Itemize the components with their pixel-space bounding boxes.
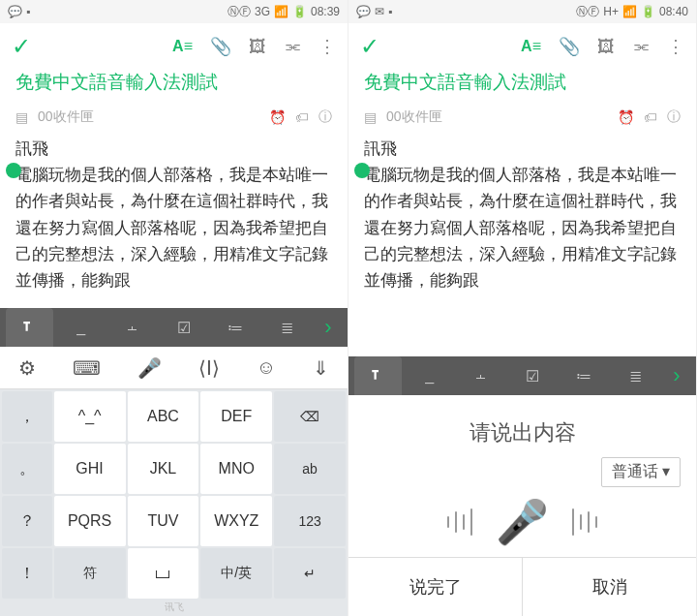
confirm-button[interactable]: ✓: [360, 33, 379, 60]
key-ab[interactable]: ab: [274, 444, 346, 494]
attach-button[interactable]: 📎: [559, 36, 580, 57]
voice-panel: 请说出内容 普通话 ▾ 🎤 说完了 取消: [348, 395, 696, 616]
battery-icon: 🔋: [292, 5, 307, 18]
image-button[interactable]: 🖼: [597, 37, 615, 57]
inbox-label[interactable]: 00收件匣: [38, 108, 94, 126]
keyboard-tabs: _ ⫠ ☑ ≔ ≣ ›: [348, 356, 696, 395]
attach-button[interactable]: 📎: [210, 36, 231, 57]
kb-tab-next[interactable]: ›: [315, 308, 342, 347]
note-toolbar: ✓ A≡ 📎 🖼 ⫘ ⋮: [0, 23, 348, 70]
voice-buttons: 说完了 取消: [348, 557, 696, 616]
key-enter[interactable]: ↵: [274, 548, 346, 599]
kb-tab-hline2[interactable]: ⫠: [108, 308, 156, 347]
mail-icon: ✉: [375, 5, 384, 18]
keyboard-icon[interactable]: ⌨: [73, 356, 101, 380]
font-button[interactable]: A≡: [172, 38, 193, 55]
line-icon: ▪: [26, 5, 30, 18]
battery-icon: 🔋: [641, 5, 655, 18]
kb-tab-check[interactable]: ☑: [509, 356, 557, 395]
note-title[interactable]: 免費中文語音輸入法測試: [348, 70, 696, 99]
alarm-icon[interactable]: ⏰: [269, 109, 286, 125]
author-line: 訊飛: [364, 136, 681, 162]
key-pqrs[interactable]: PQRS: [54, 496, 126, 546]
keyboard-tool-row: ⚙ ⌨ 🎤 ⟨Ⅰ⟩ ☺ ⇓: [0, 347, 348, 389]
settings-icon[interactable]: ⚙: [18, 356, 36, 380]
signal-icon: 📶: [274, 5, 288, 18]
key-exclaim[interactable]: ！: [2, 548, 52, 599]
key-lang[interactable]: 中/英: [200, 548, 272, 599]
kb-tab-text[interactable]: [354, 356, 402, 395]
notebook-icon[interactable]: ▤: [15, 109, 28, 125]
kb-tab-numlist[interactable]: ≣: [612, 356, 659, 395]
voice-done-button[interactable]: 说完了: [348, 558, 522, 616]
clock: 08:40: [659, 5, 688, 18]
language-select[interactable]: 普通话 ▾: [601, 457, 681, 487]
voice-prompt: 请说出内容: [470, 418, 576, 447]
kb-tab-list[interactable]: ≔: [561, 356, 608, 395]
voice-cancel-button[interactable]: 取消: [522, 558, 696, 616]
kb-tab-hline[interactable]: _: [57, 308, 105, 347]
kb-tab-check[interactable]: ☑: [161, 308, 208, 347]
info-icon[interactable]: ⓘ: [667, 108, 681, 126]
meta-row: ▤ 00收件匣 ⏰ 🏷 ⓘ: [0, 99, 348, 136]
status-bar: 💬 ✉ ▪ ⓃⒻ H+ 📶 🔋 08:40: [348, 0, 696, 23]
line-icon: ▪: [388, 5, 392, 18]
key-symbol[interactable]: 符: [54, 548, 126, 599]
key-tuv[interactable]: TUV: [128, 496, 199, 546]
kb-tab-list[interactable]: ≔: [212, 308, 259, 347]
screen-left: 💬 ▪ ⓃⒻ 3G 📶 🔋 08:39 ✓ A≡ 📎 🖼 ⫘ ⋮ 免費中文語音輸…: [0, 0, 348, 616]
inbox-label[interactable]: 00收件匣: [386, 108, 442, 126]
keyboard-brand: 讯飞: [0, 601, 348, 616]
key-wxyz[interactable]: WXYZ: [200, 496, 272, 546]
network-icon: H+: [603, 5, 619, 18]
note-title[interactable]: 免費中文語音輸入法測試: [0, 70, 348, 99]
note-toolbar: ✓ A≡ 📎 🖼 ⫘ ⋮: [348, 23, 696, 70]
emoji-icon[interactable]: ☺: [257, 356, 276, 379]
key-mno[interactable]: MNO: [200, 444, 272, 494]
collapse-icon[interactable]: ⇓: [313, 356, 329, 380]
alarm-icon[interactable]: ⏰: [618, 109, 634, 125]
font-button[interactable]: A≡: [521, 38, 541, 55]
key-comma[interactable]: ，: [2, 391, 52, 442]
image-button[interactable]: 🖼: [249, 37, 266, 57]
nfc-icon: ⓃⒻ: [576, 4, 599, 20]
confirm-button[interactable]: ✓: [12, 33, 31, 60]
clock: 08:39: [311, 5, 340, 18]
key-backspace[interactable]: ⌫: [274, 391, 346, 442]
key-abc[interactable]: ABC: [128, 391, 199, 442]
share-button[interactable]: ⫘: [284, 37, 301, 57]
edit-icon[interactable]: ⟨Ⅰ⟩: [198, 356, 220, 380]
kb-tab-hline[interactable]: _: [406, 356, 453, 395]
kb-tab-text[interactable]: [6, 308, 53, 347]
text-cursor[interactable]: [6, 163, 21, 178]
key-jkl[interactable]: JKL: [128, 444, 199, 494]
mic-big-icon[interactable]: 🎤: [496, 497, 549, 547]
info-icon[interactable]: ⓘ: [318, 108, 332, 126]
key-ghi[interactable]: GHI: [54, 444, 126, 494]
signal-icon: 📶: [622, 5, 637, 18]
kb-tab-numlist[interactable]: ≣: [263, 308, 311, 347]
key-def[interactable]: DEF: [200, 391, 272, 442]
kb-tab-hline2[interactable]: ⫠: [457, 356, 504, 395]
nfc-icon: ⓃⒻ: [227, 4, 251, 20]
mic-icon[interactable]: 🎤: [137, 356, 162, 380]
network-icon: 3G: [255, 5, 270, 18]
key-123[interactable]: 123: [274, 496, 346, 546]
body-content: 電腦玩物是我的個人部落格，我是本站唯一的作者與站長，為什麼在這個社群時代，我還在…: [15, 166, 328, 290]
key-period[interactable]: 。: [2, 444, 52, 494]
meta-row: ▤ 00收件匣 ⏰ 🏷 ⓘ: [348, 99, 696, 136]
more-button[interactable]: ⋮: [318, 36, 336, 57]
tag-icon[interactable]: 🏷: [295, 109, 309, 125]
key-face[interactable]: ^_^: [54, 391, 126, 442]
key-space[interactable]: ⌴: [128, 548, 199, 599]
text-cursor[interactable]: [354, 163, 370, 178]
status-bar: 💬 ▪ ⓃⒻ 3G 📶 🔋 08:39: [0, 0, 348, 23]
tag-icon[interactable]: 🏷: [644, 109, 657, 125]
note-body[interactable]: 訊飛 電腦玩物是我的個人部落格，我是本站唯一的作者與站長，為什麼在這個社群時代，…: [348, 136, 696, 356]
note-body[interactable]: 訊飛 電腦玩物是我的個人部落格，我是本站唯一的作者與站長，為什麼在這個社群時代，…: [0, 136, 348, 308]
share-button[interactable]: ⫘: [632, 37, 650, 57]
notebook-icon[interactable]: ▤: [364, 109, 377, 125]
kb-tab-next[interactable]: ›: [663, 356, 690, 395]
more-button[interactable]: ⋮: [667, 36, 684, 57]
key-question[interactable]: ？: [2, 496, 52, 546]
